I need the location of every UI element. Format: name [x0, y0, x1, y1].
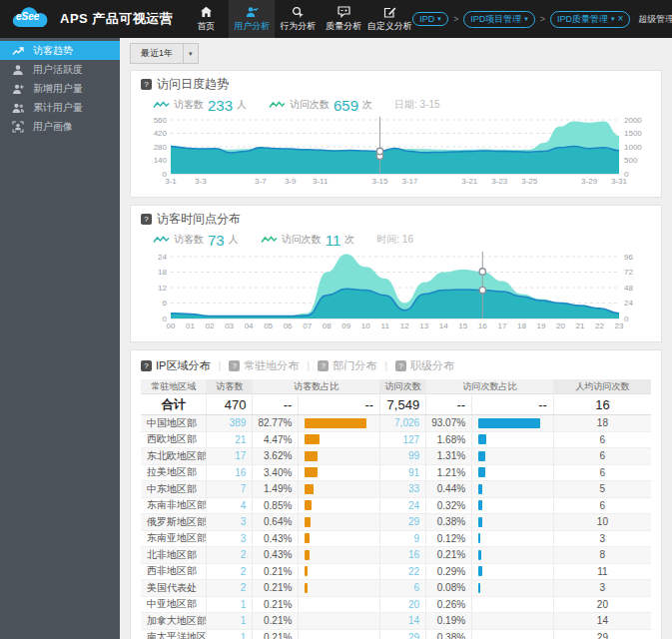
visits-count-link[interactable]: 33	[380, 481, 426, 497]
visitors-count-link[interactable]: 389	[207, 415, 253, 431]
visitors-count-link[interactable]: 16	[207, 465, 253, 481]
nav-item-user-analysis[interactable]: 用户分析	[229, 0, 275, 38]
avg-visits-cell: 6	[554, 465, 651, 481]
help-icon: ?	[229, 360, 240, 371]
visits-stat-label: 访问次数	[282, 233, 322, 247]
visits-count-link[interactable]: 29	[380, 630, 426, 639]
visitors-bar-cell	[299, 597, 380, 613]
visitors-count-link[interactable]: 2	[207, 564, 253, 580]
visits-count-link[interactable]: 7,026	[380, 415, 426, 431]
help-icon[interactable]: ?	[141, 79, 152, 90]
table-row: 东南非地区部40.85%240.32%6	[141, 498, 651, 515]
visits-bar-cell	[472, 630, 554, 639]
visitors-count-link[interactable]: 3	[207, 514, 253, 530]
nav-label: 首页	[197, 20, 215, 33]
breadcrumb-label: IPD项目管理	[470, 13, 521, 26]
tab-label: 职级分布	[410, 358, 454, 373]
visits-count-link[interactable]: 9	[380, 531, 426, 547]
visits-count-link[interactable]: 14	[380, 613, 426, 629]
trendline-icon	[153, 100, 170, 110]
nav-item-quality-analysis[interactable]: 质量分析	[321, 0, 366, 38]
visits-count-link[interactable]: 6	[380, 580, 426, 596]
daily-trend-chart[interactable]: 001405002801000420150056020003-13-33-73-…	[141, 116, 651, 190]
visitors-count-link[interactable]: 4	[207, 498, 253, 514]
svg-text:500: 500	[624, 156, 638, 165]
visits-bar-cell	[472, 448, 554, 464]
visits-bar	[478, 451, 485, 461]
visits-stat-unit: 次	[344, 233, 354, 247]
visits-stat-value: 11	[326, 232, 341, 249]
close-icon[interactable]: ×	[617, 14, 623, 24]
avg-visits-cell: 5	[554, 481, 651, 497]
visits-bar-cell	[472, 514, 554, 530]
sidebar-item-total-users[interactable]: 累计用户量	[0, 98, 120, 117]
sidebar-item-new-users[interactable]: 新增用户量	[0, 79, 120, 98]
svg-text:0: 0	[624, 315, 629, 323]
visits-count-link[interactable]: 127	[380, 432, 426, 448]
svg-text:3-21: 3-21	[461, 177, 478, 186]
visitors-count-link[interactable]: 2	[207, 580, 253, 596]
visitors-pct-cell: 0.21%	[253, 630, 299, 639]
sidebar-item-label: 用户画像	[33, 120, 73, 134]
sidebar-item-user-portrait[interactable]: 用户画像	[0, 117, 120, 136]
visitors-count-link[interactable]: 3	[207, 531, 253, 547]
avg-visits-cell: 6	[554, 498, 651, 514]
visits-count-link[interactable]: 16	[380, 547, 426, 563]
region-cell: 东北欧地区部	[141, 448, 207, 464]
visits-count-link[interactable]: 29	[380, 514, 426, 530]
visitors-count-link[interactable]: 7	[207, 481, 253, 497]
date-range-button[interactable]: 最近1年	[130, 43, 183, 64]
breadcrumb-pill-ipd[interactable]: IPD ▾	[412, 12, 448, 26]
breadcrumb-pill-project[interactable]: IPD项目管理 ▾	[463, 11, 535, 28]
avg-visits-cell: 8	[554, 547, 651, 563]
avg-visits-cell: 6	[554, 448, 651, 464]
svg-text:3-11: 3-11	[313, 177, 329, 186]
visits-bar-cell	[472, 547, 554, 563]
sidebar-item-label: 新增用户量	[33, 82, 83, 96]
svg-text:11: 11	[381, 321, 390, 330]
tab-rank[interactable]: ? 职级分布	[395, 358, 454, 373]
tab-ip-region[interactable]: ? IP区域分布	[141, 358, 210, 373]
table-row: 西欧地区部214.47%1271.68%6	[141, 432, 651, 449]
avg-visits-cell: 11	[554, 564, 651, 580]
sidebar: 访客趋势 用户活跃度 新增用户量 累计用户量 用户画像	[0, 38, 120, 639]
visitors-pct-cell: 0.43%	[253, 547, 299, 563]
table-row: 俄罗斯地区部30.64%290.38%10	[141, 514, 651, 531]
hour-distribution-chart[interactable]: 0062412481872249600010203040506070809101…	[141, 251, 651, 334]
nav-item-custom-analysis[interactable]: 自定义分析	[366, 0, 412, 38]
total-visitors: 470	[207, 394, 253, 414]
visits-count-link[interactable]: 99	[380, 448, 426, 464]
tab-department[interactable]: ? 部门分布	[318, 358, 376, 373]
visits-bar-cell	[472, 498, 554, 514]
region-cell: 俄罗斯地区部	[141, 514, 207, 530]
hour-distribution-card: ? 访客时间点分布 访客数 73 人 访问次数 11 次 时间: 16 006	[130, 205, 662, 342]
total-avg-visits: 16	[554, 394, 651, 414]
tab-residence[interactable]: ? 常驻地分布	[229, 358, 299, 373]
visits-count-link[interactable]: 20	[380, 597, 426, 613]
visitors-bar-cell	[299, 465, 380, 481]
nav-item-home[interactable]: 首页	[183, 0, 229, 38]
visits-count-link[interactable]: 22	[380, 564, 426, 580]
breadcrumb-pill-quality[interactable]: IPD质量管理 ▾ ×	[550, 11, 630, 28]
nav-label: 质量分析	[326, 20, 361, 33]
visits-pct-cell: 93.07%	[426, 415, 472, 431]
visitors-count-link[interactable]: 2	[207, 547, 253, 563]
visitors-count-link[interactable]: 1	[207, 597, 253, 613]
sidebar-item-user-activity[interactable]: 用户活跃度	[0, 60, 120, 79]
visitors-pct-cell: 0.21%	[253, 580, 299, 596]
help-icon[interactable]: ?	[141, 214, 152, 225]
user-analysis-icon	[246, 6, 259, 19]
nav-item-behavior-analysis[interactable]: 行为分析	[275, 0, 321, 38]
visits-bar	[478, 566, 481, 576]
visitors-count-link[interactable]: 1	[207, 613, 253, 629]
visitors-count-link[interactable]: 21	[207, 432, 253, 448]
date-range-caret-button[interactable]: ▾	[183, 43, 199, 64]
sidebar-item-visitor-trend[interactable]: 访客趋势	[0, 41, 120, 60]
visits-count-link[interactable]: 24	[380, 498, 426, 514]
visitors-stat-value: 233	[208, 97, 233, 114]
svg-text:16: 16	[478, 321, 487, 330]
svg-text:1000: 1000	[624, 143, 642, 152]
visitors-count-link[interactable]: 1	[207, 630, 253, 639]
visits-count-link[interactable]: 91	[380, 465, 426, 481]
visitors-count-link[interactable]: 17	[207, 448, 253, 464]
